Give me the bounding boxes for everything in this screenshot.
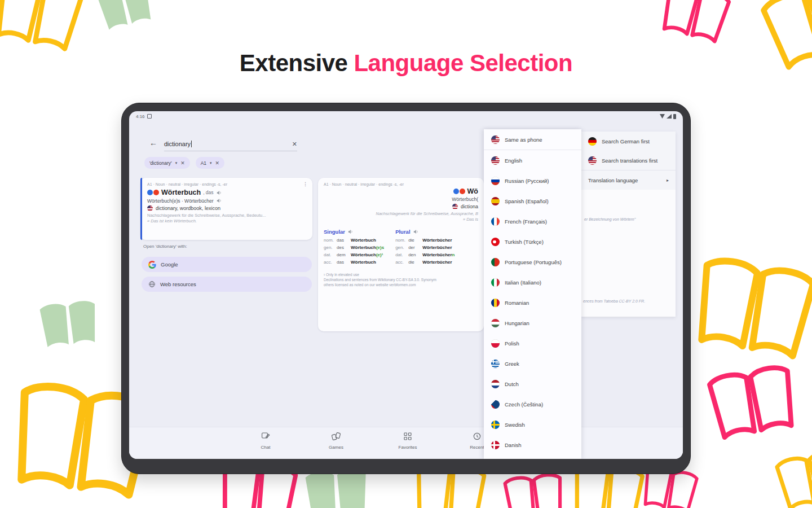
singular-header: Singular	[324, 229, 345, 235]
language-item-label: Turkish (Türkçe)	[505, 239, 544, 245]
back-arrow-icon[interactable]: ←	[149, 138, 157, 147]
language-item-turkish[interactable]: Turkish (Türkçe)	[484, 231, 581, 252]
article-label: das	[337, 238, 348, 243]
book-doodle-icon	[657, 0, 733, 47]
flag-france-icon	[491, 217, 500, 226]
detail-example-fragment: » Das is	[324, 217, 478, 222]
menu-item-translation-language[interactable]: Translation language ▸	[581, 170, 676, 190]
flag-us-icon	[452, 204, 458, 209]
battery-icon	[673, 114, 676, 119]
language-dropdown: Same as phone English Russian (Русский) …	[484, 129, 581, 459]
flag-portugal-icon	[491, 258, 500, 266]
search-input[interactable]: dictionary ✕	[164, 137, 297, 151]
entry-meta: A1 · Noun · neutral · irregular · ending…	[147, 182, 227, 186]
nav-label: Favorites	[390, 445, 426, 450]
nav-item-games[interactable]: Games	[318, 431, 354, 450]
menu-item-search-german-first[interactable]: Search German first	[581, 132, 676, 151]
source-attribution: others licensed as noted on our website …	[324, 283, 478, 287]
language-item-label: Spanish (Español)	[505, 198, 549, 204]
word-text: Wörterbuch	[351, 238, 376, 243]
speaker-icon[interactable]	[216, 190, 222, 196]
ending-text: n	[452, 252, 455, 257]
detail-word-fragment: Wö	[467, 187, 478, 195]
case-label: gen.	[324, 245, 334, 250]
chip-dictionary[interactable]: 'dictionary' ▾ ✕	[144, 157, 190, 169]
search-value: dictionary	[164, 141, 191, 147]
language-item-danish[interactable]: Danish	[484, 435, 581, 455]
case-label: acc.	[324, 260, 334, 265]
detail-translation-fragment: dictiona	[461, 204, 478, 209]
flag-sweden-icon	[491, 421, 500, 429]
language-item-russian[interactable]: Russian (Русский)	[484, 170, 581, 191]
language-item-portuguese[interactable]: Portuguese (Português)	[484, 252, 581, 272]
case-label: nom.	[395, 238, 405, 243]
clear-search-icon[interactable]: ✕	[292, 141, 297, 148]
case-label: nom.	[324, 238, 334, 243]
flag-us-icon	[147, 205, 153, 211]
language-item-label: Danish	[505, 442, 522, 448]
declension-row: dat.demWörterbuch(e)¹	[324, 252, 384, 257]
level-dot-blue-icon	[453, 189, 459, 194]
language-item-spanish[interactable]: Spanish (Español)	[484, 191, 581, 211]
menu-item-search-translations-first[interactable]: Search translations first	[581, 151, 676, 170]
recent-icon	[472, 431, 482, 441]
singular-column: Singular nom.dasWörterbuch gen.desWörter…	[324, 229, 384, 267]
language-item-label: French (Français)	[505, 218, 547, 225]
page-title: ExtensiveLanguage Selection	[0, 50, 812, 77]
book-doodle-icon	[705, 360, 800, 444]
flag-us-icon	[491, 156, 500, 165]
background-text-fragment: ences from Tatoeba CC-BY 2.0 FR.	[583, 299, 645, 303]
speaker-icon[interactable]	[413, 229, 419, 235]
language-item-italian[interactable]: Italian (Italiano)	[484, 272, 581, 292]
chevron-down-icon[interactable]: ▾	[175, 161, 178, 165]
dictionary-detail-card[interactable]: A1 · Noun · neutral · irregular · ending…	[318, 178, 484, 331]
language-item-english[interactable]: English	[484, 150, 581, 170]
language-item-czech[interactable]: Czech (Čeština)	[484, 394, 581, 414]
menu-item-label: Translation language	[588, 177, 638, 183]
flag-us-icon	[491, 135, 500, 144]
chevron-down-icon[interactable]: ▾	[210, 161, 212, 165]
language-item-greek[interactable]: Greek	[484, 353, 581, 374]
article-label: der	[408, 245, 420, 250]
globe-icon	[148, 281, 156, 288]
language-item-label: Czech (Čeština)	[505, 401, 543, 408]
flag-poland-icon	[491, 339, 500, 348]
web-resources-button[interactable]: Web resources	[142, 277, 312, 292]
speaker-icon[interactable]	[347, 229, 354, 235]
flag-spain-icon	[491, 197, 500, 205]
flag-greece-icon	[491, 360, 500, 368]
language-item-romanian[interactable]: Romanian	[484, 292, 581, 313]
chip-a1[interactable]: A1 ▾ ✕	[196, 157, 224, 169]
flag-us-icon	[588, 156, 597, 165]
entry-forms: Wörterbuch(e)s · Wörterbücher	[147, 198, 214, 204]
language-item-swedish[interactable]: Swedish	[484, 414, 581, 435]
nav-item-chat[interactable]: Chat	[248, 431, 284, 450]
flag-romania-icon	[491, 299, 500, 307]
menu-item-label: Search translations first	[602, 157, 657, 164]
table-footnote: ¹ Only in elevated use	[324, 273, 478, 277]
word-text: Wörterbuch	[351, 260, 376, 265]
nav-item-favorites[interactable]: Favorites	[390, 431, 426, 450]
page-title-pink: Language Selection	[354, 50, 572, 76]
google-button[interactable]: Google	[142, 257, 312, 272]
signal-icon	[667, 114, 672, 119]
language-item-hungarian[interactable]: Hungarian	[484, 313, 581, 333]
chip-close-icon[interactable]: ✕	[180, 160, 185, 166]
chip-close-icon[interactable]: ✕	[215, 160, 220, 166]
speaker-icon[interactable]	[216, 198, 222, 204]
wifi-icon	[660, 114, 665, 119]
language-item-same-as-phone[interactable]: Same as phone	[484, 129, 581, 150]
article-label: die	[408, 260, 420, 265]
article-label: den	[408, 252, 420, 257]
article-label: das	[337, 260, 348, 265]
detail-header: Wö Wörterbuch( dictiona Nachschlagewerk …	[324, 187, 478, 222]
flag-germany-icon	[588, 137, 597, 146]
language-item-dutch[interactable]: Dutch	[484, 374, 581, 394]
more-options-icon[interactable]: ⋮	[303, 181, 308, 187]
book-doodle-icon	[37, 296, 102, 352]
language-item-polish[interactable]: Polish	[484, 333, 581, 353]
language-item-french[interactable]: French (Français)	[484, 211, 581, 231]
nav-label: Chat	[248, 445, 284, 450]
dictionary-entry-card[interactable]: A1 · Noun · neutral · irregular · ending…	[140, 178, 312, 240]
language-item-label: Polish	[505, 340, 519, 347]
